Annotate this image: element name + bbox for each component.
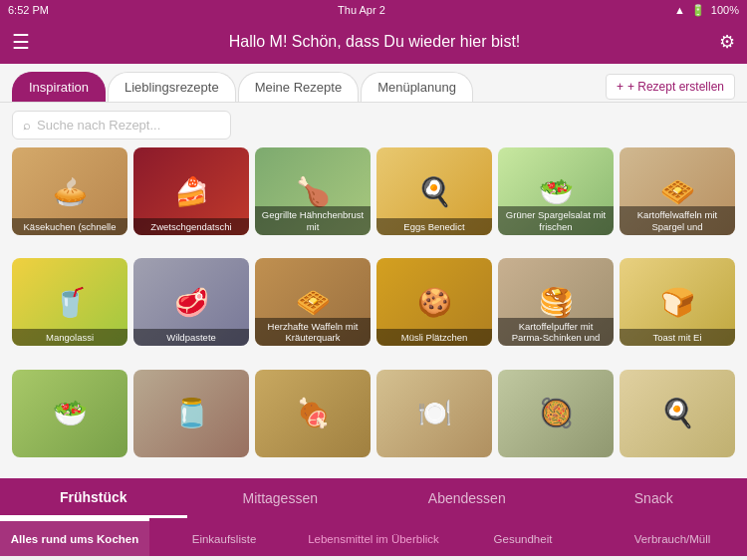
recipe-card-mangolassi[interactable]: 🥤Mangolassi [12, 258, 127, 346]
recipe-card-r13[interactable]: 🥗 [12, 370, 127, 457]
create-label: + Rezept erstellen [627, 80, 724, 94]
nav-lebensmittel[interactable]: Lebensmittel im Überblick [299, 518, 448, 556]
cat-abendessen[interactable]: Abendessen [374, 478, 561, 518]
recipe-label-zwetschgendatschi: Zwetschgendatschi [133, 218, 249, 235]
tab-meine-rezepte[interactable]: Meine Rezepte [238, 72, 359, 102]
header-title: Hallo M! Schön, dass Du wieder hier bist… [30, 33, 719, 51]
plus-icon: + [617, 80, 623, 94]
recipe-label-toast-ei: Toast mit Ei [620, 329, 735, 346]
search-row: ⌕ Suche nach Rezept... [0, 103, 747, 147]
cat-mittagessen[interactable]: Mittagessen [187, 478, 374, 518]
wifi-icon: ▲ [674, 4, 685, 16]
recipe-card-r18[interactable]: 🍳 [620, 370, 735, 457]
recipe-card-r17[interactable]: 🥘 [498, 370, 614, 457]
header: ☰ Hallo M! Schön, dass Du wieder hier bi… [0, 20, 747, 64]
recipe-grid: 🥧Käsekuchen (schnelle🍰Zwetschgendatschi🍗… [0, 147, 747, 478]
recipe-label-kartoffelwaffeln: Kartoffelwaffeln mit Spargel und [620, 206, 735, 235]
recipe-label-spargel: Grüner Spargelsalat mit frischen [498, 206, 614, 235]
recipe-card-kartoffelwaffeln[interactable]: 🧇Kartoffelwaffeln mit Spargel und [620, 147, 735, 235]
recipe-label-eggs-benedict: Eggs Benedict [376, 218, 492, 235]
recipe-label-hahn: Gegrillte Hähnchenbrust mit [255, 206, 371, 235]
search-box[interactable]: ⌕ Suche nach Rezept... [12, 111, 231, 140]
create-recipe-button[interactable]: + + Rezept erstellen [606, 74, 735, 100]
settings-icon[interactable]: ⚙ [719, 31, 735, 53]
recipe-card-kasekuchen[interactable]: 🥧Käsekuchen (schnelle [12, 147, 127, 235]
recipe-card-toast-ei[interactable]: 🍞Toast mit Ei [620, 258, 735, 346]
recipe-label-waffeln-kraut: Herzhafte Waffeln mit Kräuterquark [255, 318, 371, 347]
recipe-card-eggs-benedict[interactable]: 🍳Eggs Benedict [376, 147, 492, 235]
search-icon: ⌕ [23, 118, 31, 133]
tabs-row: Inspiration Lieblingsrezepte Meine Rezep… [0, 64, 747, 103]
category-row: Frühstück Mittagessen Abendessen Snack [0, 478, 747, 518]
status-date: Thu Apr 2 [338, 4, 385, 16]
cat-fruhstuck[interactable]: Frühstück [0, 478, 187, 518]
battery-icon: 🔋 [691, 4, 705, 17]
tab-menuplanung[interactable]: Menüplanung [361, 72, 473, 102]
search-placeholder: Suche nach Rezept... [37, 118, 160, 133]
menu-icon[interactable]: ☰ [12, 30, 30, 54]
tab-inspiration[interactable]: Inspiration [12, 72, 106, 102]
recipe-card-zwetschgendatschi[interactable]: 🍰Zwetschgendatschi [133, 147, 249, 235]
nav-kochen[interactable]: Alles rund ums Kochen [0, 518, 149, 556]
recipe-label-kasekuchen: Käsekuchen (schnelle [12, 218, 127, 235]
bottom-nav: Alles rund ums Kochen Einkaufsliste Lebe… [0, 518, 747, 556]
battery-level: 100% [711, 4, 739, 16]
recipe-card-muesli[interactable]: 🍪Müsli Plätzchen [376, 258, 492, 346]
recipe-card-r15[interactable]: 🍖 [255, 370, 371, 457]
cat-snack[interactable]: Snack [561, 478, 748, 518]
nav-gesundheit[interactable]: Gesundheit [448, 518, 598, 556]
recipe-label-muesli: Müsli Plätzchen [376, 329, 492, 346]
nav-einkaufsliste[interactable]: Einkaufsliste [149, 518, 299, 556]
recipe-card-hahn[interactable]: 🍗Gegrillte Hähnchenbrust mit [255, 147, 371, 235]
recipe-card-waffeln-kraut[interactable]: 🧇Herzhafte Waffeln mit Kräuterquark [255, 258, 371, 346]
recipe-card-kartpuffer[interactable]: 🥞Kartoffelpuffer mit Parma-Schinken und [498, 258, 614, 346]
recipe-card-r14[interactable]: 🫙 [133, 370, 249, 457]
recipe-label-mangolassi: Mangolassi [12, 329, 127, 346]
recipe-label-kartpuffer: Kartoffelpuffer mit Parma-Schinken und [498, 318, 614, 347]
recipe-card-spargel[interactable]: 🥗Grüner Spargelsalat mit frischen [498, 147, 614, 235]
main-content: Inspiration Lieblingsrezepte Meine Rezep… [0, 64, 747, 478]
nav-verbrauch[interactable]: Verbrauch/Müll [598, 518, 747, 556]
tab-lieblingsrezepte[interactable]: Lieblingsrezepte [108, 72, 236, 102]
recipe-card-wildpastetete[interactable]: 🥩Wildpastete [133, 258, 249, 346]
recipe-card-r16[interactable]: 🍽️ [376, 370, 492, 457]
status-bar: 6:52 PM Thu Apr 2 ▲ 🔋 100% [0, 0, 747, 20]
status-time: 6:52 PM [8, 4, 49, 16]
recipe-label-wildpastetete: Wildpastete [133, 329, 249, 346]
